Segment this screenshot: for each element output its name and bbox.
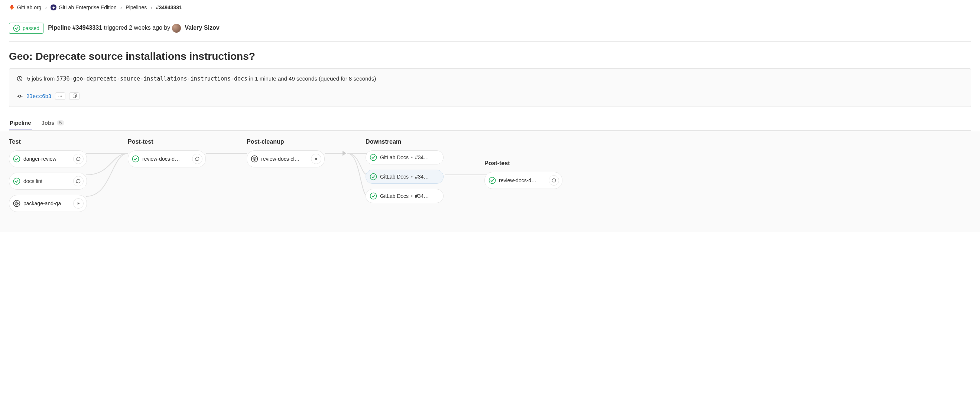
jobs-count-text: 5 jobs from: [27, 75, 56, 82]
stage-post-cleanup: Post-cleanup review-docs-cl…: [247, 138, 325, 173]
commit-sha[interactable]: 23ecc6b3: [26, 93, 51, 99]
retry-icon: [75, 178, 81, 184]
downstream-name: GitLab Docs: [380, 174, 409, 179]
branch-name[interactable]: 5736-geo-deprecate-source-installations-…: [56, 75, 247, 82]
breadcrumb-project-label: GitLab Enterprise Edition: [59, 5, 117, 10]
check-circle-icon: [370, 173, 377, 180]
stop-button[interactable]: [311, 154, 321, 164]
downstream-pipeline-1[interactable]: GitLab Docs • #34…: [366, 170, 444, 184]
gitlab-logo-icon: [9, 5, 15, 10]
status-label: passed: [23, 25, 40, 31]
tab-jobs[interactable]: Jobs 5: [41, 116, 65, 130]
job-name: docs lint: [24, 178, 42, 184]
commit-icon: [17, 93, 23, 99]
project-avatar-icon: ◆: [51, 5, 56, 10]
copy-sha-button[interactable]: [69, 92, 80, 100]
check-circle-icon: [13, 178, 21, 185]
breadcrumb-project[interactable]: ◆ GitLab Enterprise Edition: [51, 5, 117, 10]
check-circle-icon: [370, 154, 377, 161]
downstream-ref: #34…: [415, 174, 429, 179]
downstream-ref: #34…: [415, 193, 429, 199]
chevron-right-icon: ›: [150, 5, 152, 10]
play-button[interactable]: [73, 198, 84, 209]
retry-icon: [194, 156, 200, 162]
job-name: review-docs-cl…: [261, 156, 299, 162]
tab-jobs-count: 5: [57, 120, 65, 125]
downstream-name: GitLab Docs: [380, 193, 409, 199]
duration-text: in 1 minute and 49 seconds (queued for 8…: [247, 75, 376, 82]
tab-pipeline-label: Pipeline: [10, 119, 31, 126]
retry-button[interactable]: [192, 154, 202, 164]
pipeline-id: Pipeline #34943331: [48, 24, 102, 31]
pipeline-trigger-text: Pipeline #34943331 triggered 2 weeks ago…: [48, 24, 219, 33]
job-name: danger-review: [24, 156, 56, 162]
stage-title: Post-test: [128, 138, 206, 145]
breadcrumb-org-label: GitLab.org: [17, 5, 41, 10]
retry-button[interactable]: [549, 175, 559, 186]
job-review-docs-deploy-ds[interactable]: review-docs-d…: [484, 172, 562, 189]
tab-pipeline[interactable]: Pipeline: [9, 116, 32, 130]
job-name: review-docs-d…: [499, 178, 536, 183]
ellipsis-icon: [57, 94, 63, 99]
separator-dot: •: [411, 174, 413, 179]
gear-circle-icon: [13, 200, 21, 207]
chevron-right-icon: ›: [120, 5, 122, 10]
copy-icon: [72, 94, 77, 99]
job-package-and-qa[interactable]: package-and-qa: [9, 195, 87, 212]
job-review-docs-deploy[interactable]: review-docs-d…: [128, 150, 206, 167]
stage-downstream-post-test: Post-test review-docs-d…: [484, 160, 562, 194]
job-name: review-docs-d…: [142, 156, 180, 162]
downstream-pipeline-0[interactable]: GitLab Docs • #34…: [366, 150, 444, 164]
stage-post-test: Post-test review-docs-d…: [128, 138, 206, 173]
stage-title: Downstream: [366, 138, 444, 145]
stage-title: Post-cleanup: [247, 138, 325, 145]
stage-title: Post-test: [484, 160, 562, 167]
separator-dot: •: [411, 154, 413, 160]
breadcrumb-section-label: Pipelines: [126, 5, 147, 10]
downstream-pipeline-2[interactable]: GitLab Docs • #34…: [366, 189, 444, 203]
tabs: Pipeline Jobs 5: [9, 116, 971, 131]
breadcrumb-pipelines[interactable]: Pipelines: [126, 5, 147, 10]
retry-icon: [75, 156, 81, 162]
stop-icon: [313, 156, 319, 162]
chevron-right-icon: ›: [45, 5, 47, 10]
job-name: package-and-qa: [24, 200, 61, 206]
tab-jobs-label: Jobs: [41, 119, 55, 126]
play-icon: [76, 201, 81, 206]
stage-title: Test: [9, 138, 87, 145]
downstream-name: GitLab Docs: [380, 154, 409, 160]
jobs-summary: 5 jobs from 5736-geo-deprecate-source-in…: [17, 75, 963, 82]
avatar[interactable]: [172, 24, 181, 33]
gear-circle-icon: [251, 155, 258, 163]
breadcrumb-org[interactable]: GitLab.org: [9, 5, 41, 10]
pipeline-title: Geo: Deprecate source installations inst…: [9, 41, 971, 68]
job-danger-review[interactable]: danger-review: [9, 150, 87, 167]
retry-icon: [551, 178, 557, 183]
retry-button[interactable]: [73, 154, 84, 164]
pipeline-graph: Test danger-review docs lint package-an: [0, 131, 980, 232]
check-circle-icon: [13, 24, 21, 32]
commit-menu-button[interactable]: [55, 92, 65, 100]
retry-button[interactable]: [73, 176, 84, 186]
stage-downstream: Downstream GitLab Docs • #34… GitLab Doc…: [366, 138, 444, 208]
job-review-docs-cleanup[interactable]: review-docs-cl…: [247, 150, 325, 167]
status-badge[interactable]: passed: [9, 23, 43, 34]
pipeline-info-box: 5 jobs from 5736-geo-deprecate-source-in…: [9, 68, 971, 107]
check-circle-icon: [488, 177, 496, 184]
trigger-phrase: triggered 2 weeks ago by: [102, 24, 172, 31]
breadcrumb: GitLab.org › ◆ GitLab Enterprise Edition…: [9, 0, 971, 15]
job-docs-lint[interactable]: docs lint: [9, 173, 87, 190]
stage-test: Test danger-review docs lint package-an: [9, 138, 87, 217]
clock-icon: [17, 76, 23, 82]
check-circle-icon: [132, 155, 139, 163]
check-circle-icon: [13, 155, 21, 163]
commit-row: 23ecc6b3: [17, 92, 963, 100]
pipeline-header: passed Pipeline #34943331 triggered 2 we…: [9, 15, 971, 41]
downstream-ref: #34…: [415, 154, 429, 160]
breadcrumb-current: #34943331: [156, 5, 182, 10]
separator-dot: •: [411, 193, 413, 199]
author-name[interactable]: Valery Sizov: [185, 24, 219, 31]
check-circle-icon: [370, 192, 377, 200]
